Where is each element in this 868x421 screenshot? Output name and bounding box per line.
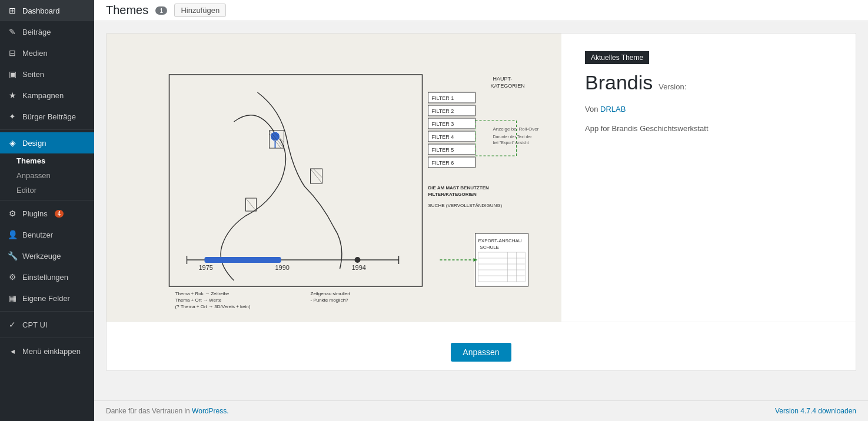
svg-text:KATEGORIEN: KATEGORIEN: [491, 83, 525, 89]
sidebar-item-einstellungen[interactable]: ⚙ Einstellungen: [0, 266, 94, 288]
svg-text:FILTER 6: FILTER 6: [432, 160, 454, 166]
topbar: Themes 1 Hinzufügen: [94, 0, 868, 21]
design-icon: ◈: [7, 138, 18, 148]
sidebar-item-seiten[interactable]: ▣ Seiten: [0, 64, 94, 85]
eigene-felder-icon: ▦: [7, 293, 18, 303]
svg-text:SCHULE: SCHULE: [480, 245, 499, 250]
beitraege-icon: ✎: [7, 27, 18, 36]
theme-card: 1975 1990 1994 FILTER 1 FILTER 2: [106, 33, 856, 371]
svg-rect-0: [152, 45, 517, 316]
dashboard-icon: ⊞: [7, 6, 18, 15]
sidebar-item-benutzer[interactable]: 👤 Benutzer: [0, 224, 94, 245]
add-button[interactable]: Hinzufügen: [174, 4, 226, 17]
sidebar-subitem-anpassen[interactable]: Anpassen: [0, 168, 94, 183]
svg-text:bei "Export" Ansicht: bei "Export" Ansicht: [493, 141, 529, 145]
svg-text:Thema + Ort → Werte: Thema + Ort → Werte: [175, 298, 222, 303]
svg-text:1990: 1990: [275, 264, 290, 271]
svg-point-2: [271, 132, 280, 141]
einstellungen-icon: ⚙: [7, 272, 18, 282]
page-title: Themes: [106, 4, 148, 17]
customize-button[interactable]: Anpassen: [451, 343, 511, 362]
sidebar-item-medien[interactable]: ⊟ Medien: [0, 42, 94, 64]
footer-thanks: Danke für das Vertrauen in WordPress.: [106, 407, 229, 415]
sidebar-item-cpt-ui[interactable]: ✓ CPT UI: [0, 314, 94, 335]
sidebar-item-plugins[interactable]: ⚙ Plugins 4: [0, 203, 94, 224]
theme-version-label: Version:: [659, 82, 686, 91]
benutzer-icon: 👤: [7, 230, 18, 239]
svg-rect-37: [478, 252, 526, 282]
theme-author-link[interactable]: DRLAB: [600, 105, 626, 113]
sidebar-item-werkzeuge[interactable]: 🔧 Werkzeuge: [0, 245, 94, 266]
version-download-link[interactable]: Version 4.7.4 downloaden: [775, 407, 856, 415]
plugins-icon: ⚙: [7, 209, 18, 218]
sidebar-item-buerger-beitraege[interactable]: ✦ Bürger Beiträge: [0, 106, 94, 127]
buerger-icon: ✦: [7, 112, 18, 121]
cpt-ui-icon: ✓: [7, 320, 18, 329]
sidebar-item-design[interactable]: ◈ Design: [0, 132, 94, 153]
content-area: 1975 1990 1994 FILTER 1 FILTER 2: [94, 21, 868, 400]
svg-text:HAUPT-: HAUPT-: [493, 76, 513, 82]
theme-count-badge: 1: [155, 6, 167, 15]
svg-text:FILTER 5: FILTER 5: [432, 147, 454, 153]
theme-card-inner: 1975 1990 1994 FILTER 1 FILTER 2: [107, 34, 856, 322]
svg-text:- Punkte möglich?: - Punkte möglich?: [311, 298, 349, 303]
wordpress-link[interactable]: WordPress.: [192, 407, 228, 415]
sidebar-item-kampagnen[interactable]: ★ Kampagnen: [0, 85, 94, 106]
sidebar-item-menue-einklappen[interactable]: ◂ Menü einklappen: [0, 340, 94, 362]
customize-row: Anpassen: [107, 322, 856, 370]
werkzeuge-icon: 🔧: [7, 251, 18, 260]
sidebar-item-dashboard[interactable]: ⊞ Dashboard: [0, 0, 94, 21]
sidebar-item-beitraege[interactable]: ✎ Beiträge: [0, 21, 94, 42]
svg-rect-19: [205, 257, 281, 263]
svg-text:FILTER/KATEGORIEN: FILTER/KATEGORIEN: [428, 192, 477, 197]
medien-icon: ⊟: [7, 48, 18, 58]
svg-text:Darunter der Text der: Darunter der Text der: [493, 135, 533, 139]
theme-name: Brandis: [585, 71, 653, 94]
current-theme-badge: Aktuelles Theme: [585, 51, 649, 64]
theme-screenshot: 1975 1990 1994 FILTER 1 FILTER 2: [107, 34, 561, 322]
svg-text:FILTER 4: FILTER 4: [432, 134, 454, 140]
sidebar-item-eigene-felder[interactable]: ▦ Eigene Felder: [0, 288, 94, 309]
svg-text:SUCHE (VERVOLLSTÄNDIGUNG): SUCHE (VERVOLLSTÄNDIGUNG): [428, 203, 503, 208]
svg-text:1994: 1994: [352, 264, 366, 271]
sidebar-subitem-themes[interactable]: Themes: [0, 153, 94, 168]
svg-text:1975: 1975: [199, 264, 213, 271]
theme-description: App for Brandis Geschichtswerkstatt: [585, 123, 838, 135]
svg-text:Anzeige bei Roll-Over: Anzeige bei Roll-Over: [493, 126, 539, 132]
sidebar: ⊞ Dashboard ✎ Beiträge ⊟ Medien ▣ Seiten…: [0, 0, 94, 421]
svg-text:FILTER 3: FILTER 3: [432, 121, 454, 127]
footer: Danke für das Vertrauen in WordPress. Ve…: [94, 400, 868, 421]
seiten-icon: ▣: [7, 69, 18, 79]
svg-point-20: [355, 257, 361, 263]
svg-text:FILTER 1: FILTER 1: [432, 95, 454, 101]
svg-text:DIE AM MAST BENUTZTEN: DIE AM MAST BENUTZTEN: [428, 185, 489, 191]
sidebar-subitem-editor[interactable]: Editor: [0, 183, 94, 198]
theme-info: Aktuelles Theme Brandis Version: Von DRL…: [561, 34, 856, 322]
theme-author: Von DRLAB: [585, 105, 838, 113]
svg-text:(? Thema + Ort → 3D/Vereis + k: (? Thema + Ort → 3D/Vereis + kein): [175, 304, 251, 309]
svg-text:Zeitgenau simuliert: Zeitgenau simuliert: [311, 291, 351, 296]
svg-text:Thema + Rok → Zeitreihe: Thema + Rok → Zeitreihe: [175, 291, 230, 296]
collapse-icon: ◂: [7, 346, 18, 356]
plugins-badge: 4: [55, 210, 64, 218]
svg-text:EXPORT-ANSCHAU: EXPORT-ANSCHAU: [478, 238, 522, 243]
kampagnen-icon: ★: [7, 91, 18, 100]
svg-text:FILTER 2: FILTER 2: [432, 108, 454, 114]
main-content: Themes 1 Hinzufügen: [94, 0, 868, 421]
